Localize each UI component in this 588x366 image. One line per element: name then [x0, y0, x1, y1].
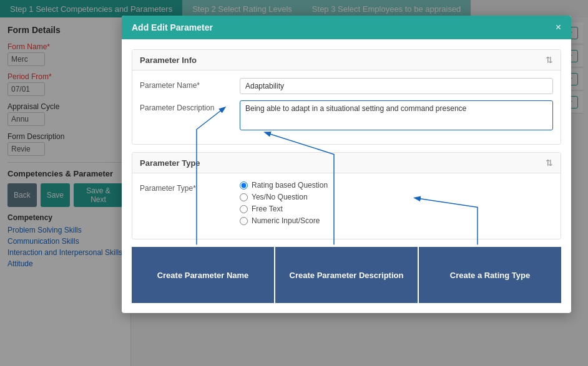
radio-item[interactable]: Numeric Input/Score [240, 216, 328, 225]
callout-box: Create Parameter Name [132, 247, 275, 303]
param-info-content: Parameter Name* Parameter Description [132, 70, 561, 144]
modal: Add Edit Parameter × Parameter Info ⇅ Pa… [122, 16, 571, 313]
param-type-sort-icon[interactable]: ⇅ [546, 158, 553, 168]
param-name-label: Parameter Name* [140, 78, 240, 90]
param-desc-label: Parameter Description [140, 100, 240, 112]
callout-box: Create a Rating Type [419, 247, 561, 303]
param-type-section: Parameter Type ⇅ Parameter Type* Rating … [132, 152, 561, 239]
param-info-section: Parameter Info ⇅ Parameter Name* Paramet… [132, 49, 561, 145]
param-name-input[interactable] [240, 78, 553, 94]
radio-group: Rating based Question Yes/No Question Fr… [240, 181, 328, 225]
param-desc-row: Parameter Description [140, 100, 553, 130]
param-desc-textarea[interactable] [240, 100, 553, 130]
modal-title: Add Edit Parameter [132, 22, 213, 32]
modal-close-button[interactable]: × [556, 22, 561, 33]
param-type-label: Parameter Type* [140, 181, 240, 193]
param-info-sort-icon[interactable]: ⇅ [546, 55, 553, 65]
param-info-title: Parameter Info [140, 55, 197, 65]
callout-box: Create Parameter Description [275, 247, 419, 303]
param-info-header: Parameter Info ⇅ [132, 50, 561, 70]
param-type-content: Parameter Type* Rating based Question Ye… [132, 173, 561, 239]
modal-header: Add Edit Parameter × [122, 16, 571, 39]
callout-row: Create Parameter NameCreate Parameter De… [132, 247, 561, 303]
param-type-title: Parameter Type [140, 158, 200, 168]
radio-item[interactable]: Rating based Question [240, 181, 328, 190]
param-name-row: Parameter Name* [140, 78, 553, 94]
radio-item[interactable]: Yes/No Question [240, 193, 328, 201]
modal-body: Parameter Info ⇅ Parameter Name* Paramet… [122, 39, 571, 313]
radio-item[interactable]: Free Text [240, 205, 328, 213]
param-type-header: Parameter Type ⇅ [132, 153, 561, 173]
param-type-row: Parameter Type* Rating based Question Ye… [140, 181, 553, 225]
